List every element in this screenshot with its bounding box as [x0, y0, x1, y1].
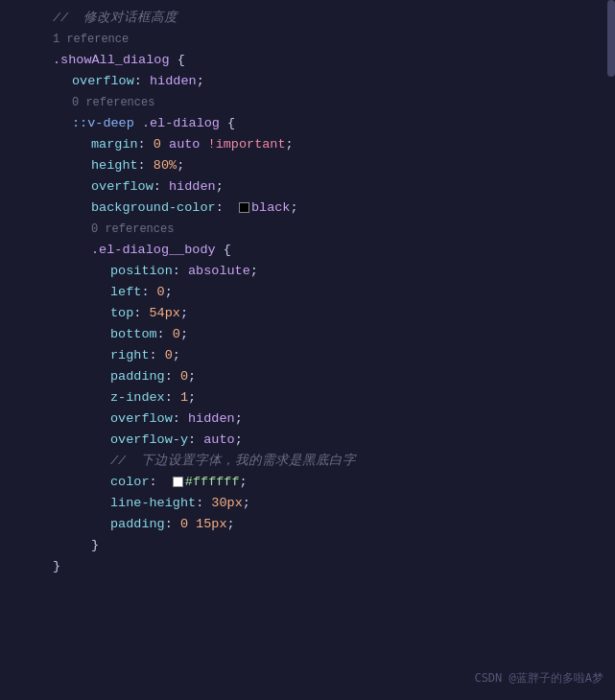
code-text: right: [110, 345, 150, 366]
code-text: :: [165, 387, 180, 408]
code-text: [134, 113, 142, 134]
code-line: overflow: hidden;: [0, 408, 615, 430]
code-text: :: [141, 282, 156, 303]
scrollbar[interactable]: [607, 0, 615, 700]
code-line: left: 0;: [0, 282, 615, 303]
code-line: margin: 0 auto !important;: [0, 134, 615, 155]
code-text: 0 15px: [180, 514, 227, 535]
code-text: color: [110, 472, 150, 493]
color-swatch-white[interactable]: [173, 477, 183, 487]
code-text: ;: [227, 514, 235, 535]
scrollbar-thumb[interactable]: [607, 0, 615, 77]
code-text: ;: [235, 408, 243, 430]
code-text: ;: [197, 71, 204, 92]
code-text: overflow: [72, 71, 134, 92]
code-text: ;: [173, 345, 180, 366]
code-text: z-index: [110, 387, 165, 408]
code-line: 0 references: [0, 219, 615, 240]
code-text: }: [53, 556, 60, 577]
code-text: padding: [110, 366, 165, 387]
code-line: overflow: hidden;: [0, 71, 615, 92]
code-line: position: absolute;: [0, 261, 615, 282]
code-text: ;: [216, 176, 224, 198]
code-line: top: 54px;: [0, 303, 615, 324]
code-text: hidden: [150, 71, 197, 92]
code-line: overflow: hidden;: [0, 176, 615, 198]
code-text: ;: [240, 472, 248, 493]
code-text: :: [138, 134, 154, 155]
code-text: ;: [250, 261, 258, 282]
code-text: 30px: [211, 493, 242, 514]
code-text: padding: [110, 514, 165, 535]
code-text: ;: [180, 303, 188, 324]
code-line: z-index: 1;: [0, 387, 615, 408]
code-text: hidden: [169, 176, 216, 198]
code-text: :: [188, 430, 203, 451]
code-text: ;: [286, 134, 294, 155]
code-line: .showAll_dialog {: [0, 50, 615, 71]
code-text: 0: [173, 324, 180, 345]
code-line: padding: 0 15px;: [0, 514, 615, 535]
code-text: bottom: [110, 324, 157, 345]
code-text: position: [110, 261, 173, 282]
code-text: line-height: [110, 493, 196, 514]
code-text: }: [91, 535, 99, 556]
code-text: auto: [169, 134, 200, 155]
code-text: :: [154, 176, 169, 198]
code-text: ;: [188, 366, 196, 387]
code-line: height: 80%;: [0, 155, 615, 176]
code-text: margin: [91, 134, 138, 155]
code-line: ::v-deep .el-dialog {: [0, 113, 615, 134]
code-text: ;: [290, 198, 297, 219]
reference-count: 0 references: [72, 92, 154, 113]
code-text: top: [110, 303, 133, 324]
code-line: color: #ffffff;: [0, 472, 615, 493]
code-line: line-height: 30px;: [0, 493, 615, 514]
code-text: 1: [180, 387, 188, 408]
code-text: {: [170, 50, 185, 71]
code-text: ;: [235, 430, 243, 451]
code-text: // 下边设置字体，我的需求是黑底白字: [110, 451, 356, 472]
code-line: .el-dialog__body {: [0, 240, 615, 261]
code-text: [161, 134, 169, 155]
code-content: // 修改对话框高度 1 reference .showAll_dialog {…: [0, 0, 615, 585]
code-line: padding: 0;: [0, 366, 615, 387]
code-text: .el-dialog: [142, 113, 220, 134]
code-line: // 修改对话框高度: [0, 8, 615, 29]
code-text: :: [138, 155, 154, 176]
code-text: absolute: [188, 261, 250, 282]
code-line: 0 references: [0, 92, 615, 113]
code-text: .el-dialog__body: [91, 240, 216, 261]
code-text: 54px: [150, 303, 180, 324]
code-text: ;: [165, 282, 173, 303]
code-text: :: [157, 324, 173, 345]
code-text: height: [91, 155, 138, 176]
code-text: ;: [180, 324, 188, 345]
code-text: {: [220, 113, 235, 134]
code-text: :: [134, 71, 150, 92]
code-text: background-color: [91, 198, 216, 219]
code-text: black: [251, 198, 291, 219]
code-text: [200, 134, 207, 155]
code-text: overflow-y: [110, 430, 188, 451]
code-line: bottom: 0;: [0, 324, 615, 345]
watermark: CSDN @蓝胖子的多啦A梦: [474, 670, 603, 687]
code-text: overflow: [110, 408, 173, 430]
code-line: }: [0, 556, 615, 577]
code-text: 80%: [154, 155, 177, 176]
code-line: // 下边设置字体，我的需求是黑底白字: [0, 451, 615, 472]
code-text: 0: [157, 282, 165, 303]
code-text: ;: [188, 387, 196, 408]
code-editor: // 修改对话框高度 1 reference .showAll_dialog {…: [0, 0, 615, 700]
code-text: :: [173, 408, 188, 430]
code-text: :: [216, 198, 239, 219]
code-line: }: [0, 535, 615, 556]
code-text: 0: [180, 366, 188, 387]
code-text: :: [165, 366, 180, 387]
color-swatch[interactable]: [239, 202, 249, 213]
code-text: !important: [208, 134, 286, 155]
code-text: ;: [177, 155, 184, 176]
code-text: :: [150, 345, 165, 366]
code-line: right: 0;: [0, 345, 615, 366]
code-line: overflow-y: auto;: [0, 430, 615, 451]
